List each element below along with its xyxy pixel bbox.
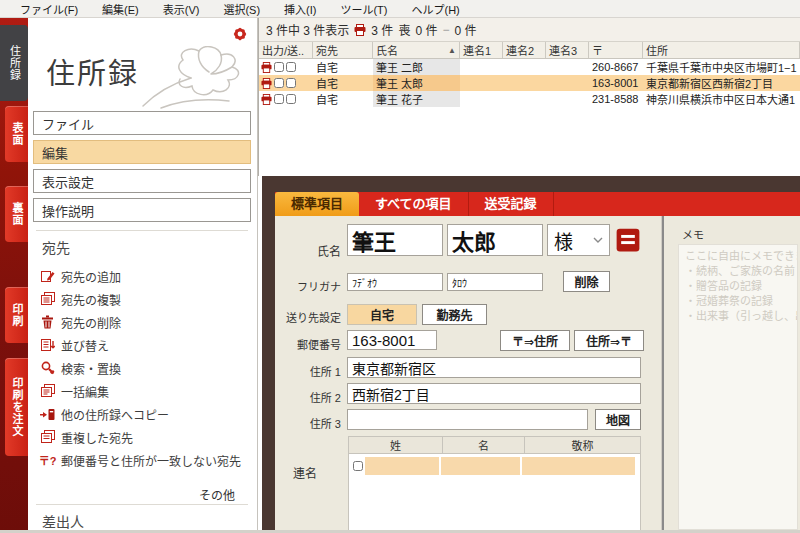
action-label: 宛先の削除	[61, 314, 121, 331]
menu-select[interactable]: 選択(S)	[211, 1, 272, 17]
action-search-replace[interactable]: 検索・置換	[40, 357, 252, 379]
col-joint3[interactable]: 連名3	[546, 42, 589, 58]
col-type[interactable]: 宛先	[313, 42, 373, 58]
menu-edit[interactable]: 編集(E)	[90, 1, 151, 17]
joint-cell-firstname[interactable]	[441, 457, 520, 475]
first-name-input[interactable]	[447, 224, 543, 256]
tab-standard-items[interactable]: 標準項目	[275, 192, 359, 216]
status-mourning-count: 0 件	[415, 21, 437, 38]
joint-name-header: 姓 名 敬称	[348, 436, 641, 454]
cell-type: 自宅	[313, 91, 373, 107]
dest-home-button[interactable]: 自宅	[347, 304, 417, 325]
col-joint2[interactable]: 連名2	[503, 42, 546, 58]
side-tab-strip: 住所録 表面 裏面 印刷 印刷を注文	[0, 18, 28, 533]
menu-help[interactable]: ヘルプ(H)	[400, 1, 472, 17]
sort-asc-icon: ▲	[448, 46, 456, 55]
sidebar-nav-display-settings[interactable]: 表示設定	[33, 169, 251, 193]
minus-icon: −	[442, 23, 449, 37]
tab-all-items[interactable]: すべての項目	[359, 192, 469, 216]
tab-send-receive-log[interactable]: 送受記録	[469, 192, 554, 216]
tab-address-book[interactable]: 住所録	[0, 25, 28, 101]
tab-front-side-label: 表面	[11, 122, 22, 146]
send-checkbox[interactable]	[286, 94, 296, 104]
col-output[interactable]: 出力/送..	[259, 42, 313, 58]
sidebar-nav-help[interactable]: 操作説明	[33, 198, 251, 222]
joint-cell-honorific[interactable]	[522, 457, 635, 475]
col-address[interactable]: 住所	[643, 42, 800, 58]
printer-icon	[261, 94, 272, 105]
sidebar-separator	[36, 230, 248, 231]
delete-button[interactable]: 削除	[563, 271, 610, 292]
action-duplicate-recipient[interactable]: 宛先の複製	[40, 288, 252, 310]
memo-textarea[interactable]: ここに自由にメモできます ・続柄、ご家族の名前 ・贈答品の記録 ・冠婚葬祭の記録…	[678, 244, 798, 530]
copy-to-book-icon	[40, 407, 55, 422]
honorific-select[interactable]: 様	[547, 224, 610, 256]
zip-to-address-button[interactable]: 〒⇒住所	[500, 330, 570, 351]
tab-address-book-label: 住所録	[9, 45, 20, 81]
col-zip[interactable]: 〒	[589, 42, 643, 58]
kana-first-input[interactable]	[447, 273, 543, 291]
joint-row-checkbox[interactable]	[353, 461, 363, 471]
panel-splitter[interactable]	[661, 216, 664, 533]
joint-name-label: 連名	[293, 464, 333, 481]
send-checkbox[interactable]	[286, 62, 296, 72]
memo-placeholder-line: ・出来事（引っ越し、出	[685, 309, 791, 324]
action-duplicated-recipients[interactable]: 重複した宛先	[40, 426, 252, 448]
address1-input[interactable]	[347, 357, 641, 378]
send-checkbox[interactable]	[286, 78, 296, 88]
map-button[interactable]: 地図	[595, 409, 641, 430]
detail-panel: 標準項目 すべての項目 送受記録 氏名 様 フリガナ	[262, 176, 800, 533]
cell-name: 筆王 花子	[373, 91, 460, 107]
table-row[interactable]: 自宅 筆王 二郎 260-8667 千葉県千葉市中央区市場町1−1	[259, 59, 800, 75]
duplicate-icon	[40, 430, 55, 445]
sidebar-nav-edit[interactable]: 編集	[33, 140, 251, 164]
action-copy-to-other-book[interactable]: 他の住所録へコピー	[40, 403, 252, 425]
output-checkbox[interactable]	[274, 78, 284, 88]
tab-back-side[interactable]: 裏面	[5, 186, 28, 242]
output-checkbox[interactable]	[274, 94, 284, 104]
status-mourning-label: 喪	[398, 21, 410, 38]
col-name[interactable]: 氏名▲	[373, 42, 460, 58]
menu-insert[interactable]: 挿入(I)	[272, 1, 328, 17]
address-to-zip-button[interactable]: 住所⇒〒	[574, 330, 644, 351]
status-minus-count: 0 件	[454, 21, 476, 38]
col-joint1[interactable]: 連名1	[460, 42, 503, 58]
menu-tools[interactable]: ツール(T)	[328, 1, 399, 17]
joint-cell-lastname[interactable]	[365, 457, 439, 475]
dest-work-button[interactable]: 勤務先	[422, 304, 487, 325]
table-row[interactable]: 自宅 筆王 花子 231-8588 神奈川県横浜市中区日本大通1	[259, 91, 800, 107]
kana-last-input[interactable]	[347, 273, 443, 291]
address2-input[interactable]	[347, 383, 641, 404]
action-label: 宛先の追加	[61, 268, 121, 285]
action-sort[interactable]: 並び替え	[40, 334, 252, 356]
action-batch-edit[interactable]: 一括編集	[40, 380, 252, 402]
tab-print[interactable]: 印刷	[5, 287, 28, 343]
sidebar-nav-file[interactable]: ファイル	[33, 111, 251, 135]
more-options-link[interactable]: その他	[195, 486, 239, 505]
pine-illustration	[133, 46, 251, 112]
gear-icon[interactable]	[232, 26, 248, 42]
menu-file[interactable]: ファイル(F)	[8, 1, 90, 17]
joint-name-row[interactable]	[350, 457, 639, 475]
menu-view[interactable]: 表示(V)	[151, 1, 212, 17]
address-list-panel: 3 件中 3 件表示 3 件 喪 0 件 − 0 件 出力/送.. 宛先 氏名▲…	[258, 18, 800, 176]
sidebar-separator	[36, 504, 248, 505]
joint-col-honorific: 敬称	[525, 437, 641, 453]
add-edit-icon	[40, 269, 55, 284]
last-name-input[interactable]	[347, 224, 443, 256]
zip-input[interactable]	[347, 330, 437, 350]
action-zip-address-mismatch[interactable]: 〒? 郵便番号と住所が一致しない宛先	[40, 449, 252, 471]
address-book-stamp-button[interactable]	[615, 226, 641, 254]
action-add-recipient[interactable]: 宛先の追加	[40, 265, 252, 287]
action-delete-recipient[interactable]: 宛先の削除	[40, 311, 252, 333]
cell-address: 東京都新宿区西新宿2丁目	[643, 75, 800, 91]
tab-order-print[interactable]: 印刷を注文	[5, 358, 28, 456]
output-checkbox[interactable]	[274, 62, 284, 72]
section-sender[interactable]: 差出人	[42, 511, 84, 531]
zip-label: 郵便番号	[279, 336, 341, 352]
address3-input[interactable]	[347, 409, 588, 430]
tab-front-side[interactable]: 表面	[5, 106, 28, 162]
joint-name-table	[348, 454, 641, 533]
table-row-selected[interactable]: 自宅 筆王 太郎 163-8001 東京都新宿区西新宿2丁目	[259, 75, 800, 91]
trash-icon	[40, 315, 55, 330]
